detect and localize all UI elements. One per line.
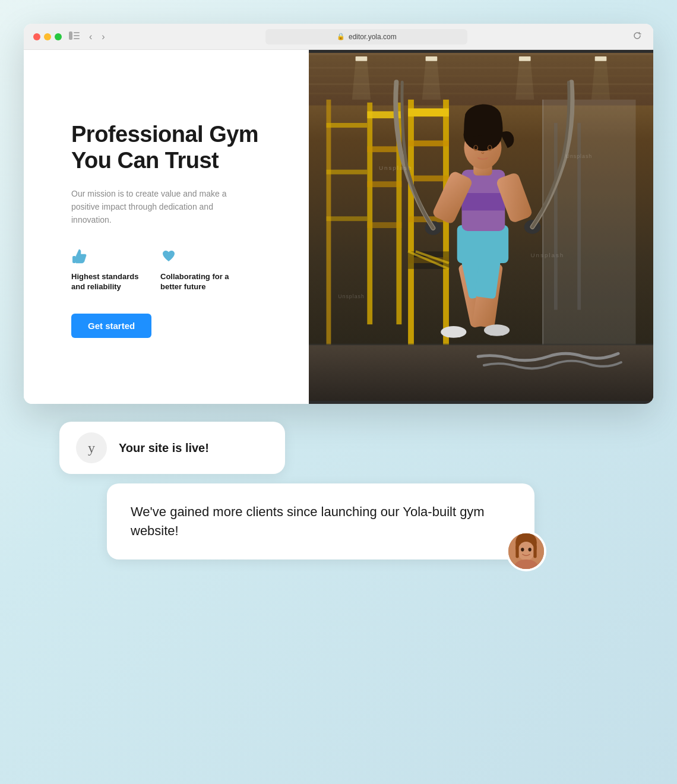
- testimonial-bubble: We've gained more clients since launchin…: [107, 483, 534, 559]
- svg-rect-4: [72, 256, 76, 263]
- maximize-button[interactable]: [55, 33, 62, 40]
- thumbs-up-icon: [71, 248, 143, 267]
- sidebar-icon[interactable]: [69, 31, 80, 42]
- svg-rect-21: [326, 100, 331, 345]
- left-panel: Professional Gym You Can Trust Our missi…: [24, 50, 309, 404]
- lock-icon: 🔒: [337, 33, 345, 40]
- svg-text:Unsplash: Unsplash: [379, 165, 413, 171]
- svg-rect-3: [74, 38, 80, 39]
- back-button[interactable]: ‹: [87, 30, 94, 43]
- svg-rect-31: [408, 100, 414, 351]
- svg-rect-19: [595, 56, 607, 61]
- refresh-button[interactable]: [631, 30, 644, 43]
- browser-content: Professional Gym You Can Trust Our missi…: [24, 50, 653, 404]
- svg-rect-35: [408, 175, 449, 181]
- hero-subtitle: Our mission is to create value and make …: [71, 187, 238, 227]
- svg-rect-44: [577, 123, 581, 310]
- svg-rect-75: [515, 545, 518, 558]
- browser-dots: [33, 33, 62, 40]
- bottom-section: y Your site is live! We've gained more c…: [24, 404, 653, 559]
- svg-rect-30: [367, 222, 401, 228]
- forward-button[interactable]: ›: [99, 30, 107, 43]
- svg-rect-25: [367, 103, 372, 325]
- svg-rect-45: [309, 345, 653, 401]
- feature-2: Collaborating for a better future: [160, 248, 232, 292]
- heart-icon: [160, 248, 232, 267]
- features-row: Highest standards and reliability Collab…: [71, 248, 279, 292]
- notification-bubble: y Your site is live!: [59, 422, 285, 474]
- svg-point-66: [488, 146, 491, 149]
- svg-rect-28: [367, 146, 401, 152]
- svg-rect-22: [326, 123, 367, 128]
- svg-point-74: [518, 542, 534, 561]
- svg-point-77: [521, 548, 524, 551]
- browser-nav: ‹ ›: [87, 30, 107, 43]
- notification-text: Your site is live!: [119, 441, 209, 455]
- svg-rect-7: [309, 53, 653, 55]
- close-button[interactable]: [33, 33, 40, 40]
- svg-rect-23: [326, 170, 367, 175]
- user-avatar: [506, 531, 546, 571]
- outer-container: ‹ › 🔒 editor.yola.com Professi: [24, 24, 653, 760]
- svg-point-49: [441, 326, 466, 338]
- svg-text:Unsplash: Unsplash: [566, 153, 593, 159]
- url-text: editor.yola.com: [349, 33, 397, 41]
- svg-rect-24: [326, 216, 367, 221]
- svg-point-52: [484, 324, 510, 336]
- feature-1: Highest standards and reliability: [71, 248, 143, 292]
- svg-rect-43: [554, 123, 558, 310]
- browser-window: ‹ › 🔒 editor.yola.com Professi: [24, 24, 653, 404]
- svg-rect-42: [542, 100, 543, 345]
- yola-avatar: y: [76, 432, 107, 463]
- get-started-button[interactable]: Get started: [71, 314, 151, 338]
- svg-rect-2: [74, 35, 80, 36]
- svg-rect-46: [309, 344, 653, 346]
- svg-rect-17: [519, 56, 531, 61]
- svg-text:Unsplash: Unsplash: [531, 252, 565, 258]
- testimonial-text: We've gained more clients since launchin…: [131, 502, 511, 540]
- svg-rect-1: [74, 32, 80, 33]
- feature-1-label: Highest standards and reliability: [71, 272, 143, 292]
- feature-2-label: Collaborating for a better future: [160, 272, 232, 292]
- svg-text:Unsplash: Unsplash: [338, 293, 365, 299]
- svg-rect-13: [356, 56, 368, 61]
- svg-rect-33: [408, 108, 449, 116]
- right-panel: Unsplash Unsplash Unsplash Unsplash: [309, 50, 653, 404]
- svg-rect-29: [367, 181, 401, 187]
- svg-rect-32: [443, 100, 449, 351]
- svg-rect-15: [426, 56, 438, 61]
- svg-rect-76: [533, 545, 536, 558]
- svg-rect-55: [462, 193, 505, 210]
- svg-rect-0: [69, 31, 72, 40]
- address-bar[interactable]: 🔒 editor.yola.com: [265, 29, 467, 45]
- svg-point-78: [529, 548, 532, 551]
- svg-point-65: [474, 146, 477, 149]
- minimize-button[interactable]: [44, 33, 51, 40]
- browser-toolbar: ‹ › 🔒 editor.yola.com: [24, 24, 653, 50]
- svg-rect-34: [408, 141, 449, 147]
- hero-title: Professional Gym You Can Trust: [71, 122, 279, 173]
